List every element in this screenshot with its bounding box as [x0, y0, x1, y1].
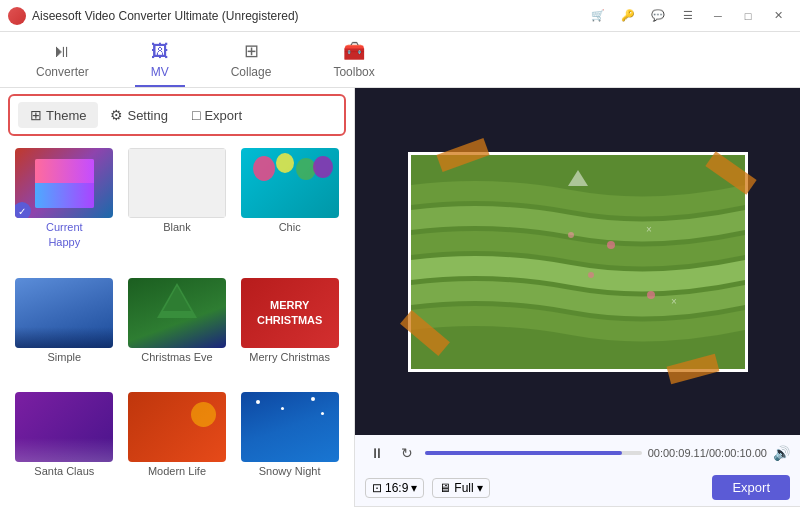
- screen-icon: 🖥: [439, 481, 451, 495]
- video-frame: × ×: [408, 152, 748, 372]
- cart-icon[interactable]: 🛒: [584, 6, 612, 26]
- screen-arrow: ▾: [477, 481, 483, 495]
- aspect-ratio-select[interactable]: ⊡ 16:9 ▾: [365, 478, 424, 498]
- svg-point-3: [647, 291, 655, 299]
- progress-bar[interactable]: [425, 451, 642, 455]
- tab-collage[interactable]: ⊞ Collage: [215, 34, 288, 87]
- chat-icon[interactable]: 💬: [644, 6, 672, 26]
- tab-toolbox[interactable]: 🧰 Toolbox: [317, 34, 390, 87]
- time-display: 00:00:09.11/00:00:10.00: [648, 447, 767, 459]
- ratio-value: 16:9: [385, 481, 408, 495]
- close-button[interactable]: ✕: [764, 6, 792, 26]
- subtab-setting[interactable]: ⚙ Setting: [98, 102, 179, 128]
- theme-chic[interactable]: Chic: [237, 148, 342, 270]
- app-logo: [8, 7, 26, 25]
- ratio-icon: ⊡: [372, 481, 382, 495]
- theme-simple[interactable]: Simple: [12, 278, 117, 385]
- volume-icon[interactable]: 🔊: [773, 445, 790, 461]
- sub-tabs: ⊞ Theme ⚙ Setting □ Export: [18, 102, 336, 128]
- mv-icon: 🖼: [151, 41, 169, 62]
- screen-value: Full: [454, 481, 473, 495]
- app-title: Aiseesoft Video Converter Ultimate (Unre…: [32, 9, 584, 23]
- svg-point-4: [568, 232, 574, 238]
- player-controls: ⏸ ↻ 00:00:09.11/00:00:10.00 🔊: [355, 435, 800, 471]
- progress-fill: [425, 451, 622, 455]
- theme-santa-claus[interactable]: Santa Claus: [12, 392, 117, 499]
- key-icon[interactable]: 🔑: [614, 6, 642, 26]
- theme-merry-christmas[interactable]: MERRYCHRISTMAS Merry Christmas: [237, 278, 342, 385]
- theme-label-blank: Blank: [163, 221, 191, 233]
- theme-label-chic: Chic: [279, 221, 301, 233]
- converter-icon: ⏯: [53, 41, 71, 62]
- theme-label-happy: Current: [46, 221, 83, 233]
- collage-icon: ⊞: [244, 40, 259, 62]
- menu-icon[interactable]: ☰: [674, 6, 702, 26]
- pause-button[interactable]: ⏸: [365, 441, 389, 465]
- theme-happy[interactable]: ✓ Current Happy: [12, 148, 117, 270]
- theme-christmas-eve[interactable]: Christmas Eve: [125, 278, 230, 385]
- toolbox-icon: 🧰: [343, 40, 365, 62]
- theme-modern-life[interactable]: Modern Life: [125, 392, 230, 499]
- left-panel: ⊞ Theme ⚙ Setting □ Export: [0, 88, 355, 507]
- minimize-button[interactable]: ─: [704, 6, 732, 26]
- svg-point-1: [607, 241, 615, 249]
- player-controls-row2: ⊡ 16:9 ▾ 🖥 Full ▾ Export: [355, 471, 800, 507]
- svg-text:×: ×: [671, 296, 677, 307]
- theme-sublabel-happy: Happy: [48, 236, 80, 248]
- video-content: × ×: [411, 155, 745, 369]
- theme-blank[interactable]: Blank: [125, 148, 230, 270]
- maximize-button[interactable]: □: [734, 6, 762, 26]
- refresh-button[interactable]: ↻: [395, 441, 419, 465]
- subtab-theme[interactable]: ⊞ Theme: [18, 102, 98, 128]
- theme-label-simple: Simple: [48, 351, 82, 363]
- svg-point-2: [588, 272, 594, 278]
- theme-label-modern-life: Modern Life: [148, 465, 206, 477]
- tab-mv[interactable]: 🖼 MV: [135, 35, 185, 87]
- theme-check-happy: ✓: [15, 202, 31, 218]
- right-panel: × × ⏸ ↻ 00:00:09.11/00:00:10.00 🔊: [355, 88, 800, 507]
- theme-snowy-night[interactable]: Snowy Night: [237, 392, 342, 499]
- video-frame-wrapper: × ×: [408, 152, 748, 372]
- theme-label-christmas-eve: Christmas Eve: [141, 351, 213, 363]
- sub-tabs-border: ⊞ Theme ⚙ Setting □ Export: [8, 94, 346, 136]
- theme-grid-icon: ⊞: [30, 107, 42, 123]
- video-preview: × ×: [355, 88, 800, 435]
- export-button[interactable]: Export: [712, 475, 790, 500]
- export-icon: □: [192, 107, 200, 123]
- themes-grid: ✓ Current Happy Blank: [0, 140, 354, 507]
- window-controls: 🛒 🔑 💬 ☰ ─ □ ✕: [584, 6, 792, 26]
- subtab-export[interactable]: □ Export: [180, 102, 254, 128]
- theme-label-merry-christmas: Merry Christmas: [249, 351, 330, 363]
- ratio-arrow: ▾: [411, 481, 417, 495]
- tab-converter[interactable]: ⏯ Converter: [20, 35, 105, 87]
- screen-select[interactable]: 🖥 Full ▾: [432, 478, 489, 498]
- main-nav: ⏯ Converter 🖼 MV ⊞ Collage 🧰 Toolbox: [0, 32, 800, 88]
- title-bar: Aiseesoft Video Converter Ultimate (Unre…: [0, 0, 800, 32]
- main-content: ⊞ Theme ⚙ Setting □ Export: [0, 88, 800, 507]
- svg-text:×: ×: [646, 224, 652, 235]
- gear-icon: ⚙: [110, 107, 123, 123]
- theme-label-santa-claus: Santa Claus: [34, 465, 94, 477]
- theme-label-snowy-night: Snowy Night: [259, 465, 321, 477]
